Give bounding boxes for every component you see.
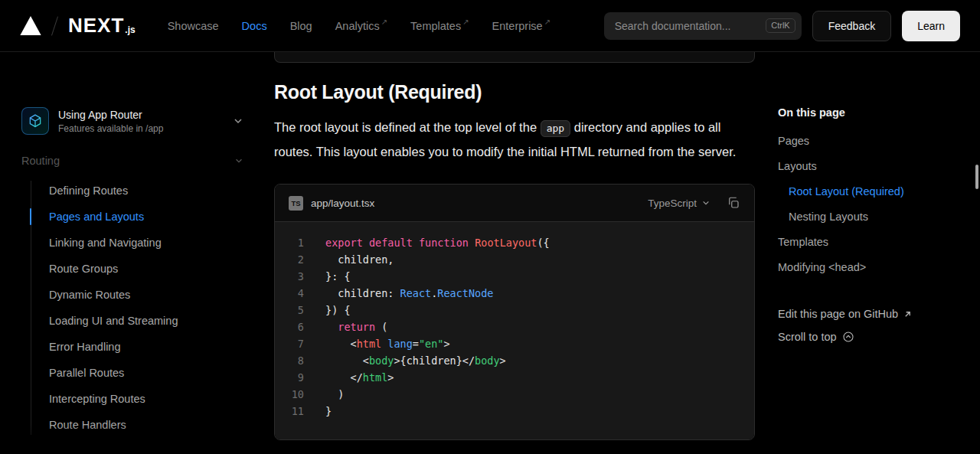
- sidebar-item-intercepting-routes[interactable]: Intercepting Routes: [31, 386, 231, 412]
- copy-icon: [727, 196, 740, 210]
- code-line: 4 children: React.ReactNode: [275, 285, 754, 302]
- external-link-icon: ↗: [544, 18, 550, 26]
- chevron-down-icon: [234, 156, 243, 165]
- sidebar-nav-list: Defining RoutesPages and LayoutsLinking …: [31, 178, 231, 438]
- switcher-title: Using App Router: [58, 109, 163, 121]
- top-navigation: NEXT .js ShowcaseDocsBlogAnalytics↗Templ…: [0, 0, 980, 52]
- code-block-header: TS app/layout.tsx TypeScript: [275, 185, 754, 222]
- code-line: 7 <html lang="en">: [275, 335, 754, 352]
- sidebar-item-parallel-routes[interactable]: Parallel Routes: [31, 360, 231, 386]
- nav-link-enterprise[interactable]: Enterprise↗: [492, 20, 550, 32]
- switcher-subtitle: Features available in /app: [58, 123, 163, 134]
- code-block: TS app/layout.tsx TypeScript 1export def…: [274, 184, 755, 440]
- chevron-down-icon: [233, 116, 243, 126]
- search-box[interactable]: CtrlK: [604, 12, 802, 40]
- typescript-file-icon: TS: [289, 196, 303, 211]
- code-line: 11}: [275, 403, 754, 420]
- chevron-down-icon: [702, 199, 710, 207]
- scroll-to-top-link[interactable]: Scroll to top: [778, 325, 962, 348]
- inline-code-app: app: [541, 120, 570, 137]
- logo-suffix: .js: [125, 24, 135, 35]
- intro-paragraph: The root layout is defined at the top le…: [274, 116, 755, 164]
- code-line: 6 return (: [275, 318, 754, 335]
- sidebar-section-routing[interactable]: Routing: [21, 155, 243, 167]
- toc-item-layouts[interactable]: Layouts: [778, 153, 962, 178]
- search-input[interactable]: [615, 20, 766, 32]
- code-editor: 1export default function RootLayout({2 c…: [275, 222, 754, 439]
- feedback-button[interactable]: Feedback: [812, 11, 891, 41]
- toc-item-nesting-layouts[interactable]: Nesting Layouts: [778, 204, 962, 229]
- code-line: 1export default function RootLayout({: [275, 234, 754, 251]
- code-line: 5}) {: [275, 302, 754, 318]
- on-this-page-panel: On this page PagesLayoutsRoot Layout (Re…: [778, 52, 962, 348]
- nav-link-blog[interactable]: Blog: [290, 20, 312, 32]
- toc-item-templates[interactable]: Templates: [778, 229, 962, 254]
- nav-link-templates[interactable]: Templates↗: [410, 20, 469, 32]
- nav-link-docs[interactable]: Docs: [242, 20, 267, 32]
- code-line: 10 ): [275, 386, 754, 403]
- toc-item-modifying-head[interactable]: Modifying <head>: [778, 254, 962, 279]
- sidebar-item-error-handling[interactable]: Error Handling: [31, 334, 231, 360]
- code-line: 3}: {: [275, 268, 754, 285]
- sidebar-item-linking-and-navigating[interactable]: Linking and Navigating: [31, 230, 231, 256]
- section-heading: Root Layout (Required): [274, 81, 755, 103]
- copy-code-button[interactable]: [727, 196, 740, 210]
- intro-text: The root layout is defined at the top le…: [274, 120, 541, 134]
- external-link-icon: ↗: [462, 18, 469, 26]
- search-shortcut-badge: CtrlK: [766, 18, 795, 33]
- toc-title: On this page: [778, 106, 962, 119]
- language-selector[interactable]: TypeScript: [648, 198, 710, 209]
- sidebar: Using App Router Features available in /…: [0, 52, 260, 454]
- code-line: 8 <body>{children}</body>: [275, 352, 754, 369]
- app-router-switcher[interactable]: Using App Router Features available in /…: [21, 107, 247, 135]
- sidebar-item-route-handlers[interactable]: Route Handlers: [31, 412, 231, 438]
- edit-on-github-link[interactable]: Edit this page on GitHub: [778, 302, 962, 325]
- nav-link-analytics[interactable]: Analytics↗: [335, 20, 387, 32]
- sidebar-item-loading-ui-and-streaming[interactable]: Loading UI and Streaming: [31, 308, 231, 334]
- app-router-cube-icon: [21, 107, 49, 135]
- language-label: TypeScript: [648, 198, 697, 209]
- code-line: 9 </html>: [275, 369, 754, 386]
- edit-link-label: Edit this page on GitHub: [778, 308, 898, 320]
- scroll-top-label: Scroll to top: [778, 331, 837, 343]
- toc-item-root-layout-required[interactable]: Root Layout (Required): [778, 178, 962, 204]
- external-link-icon: ↗: [381, 18, 387, 26]
- arrow-up-circle-icon: [842, 331, 854, 343]
- logo-divider: [51, 16, 58, 35]
- vercel-triangle-icon: [20, 16, 41, 35]
- learn-button[interactable]: Learn: [902, 11, 960, 41]
- nav-link-showcase[interactable]: Showcase: [168, 20, 219, 32]
- sidebar-item-pages-and-layouts[interactable]: Pages and Layouts: [31, 204, 231, 230]
- previous-code-block-edge: [274, 52, 755, 63]
- external-arrow-icon: [903, 310, 912, 318]
- toc-list: PagesLayoutsRoot Layout (Required)Nestin…: [778, 128, 962, 279]
- logo-text: NEXT: [68, 14, 124, 38]
- doc-content: Root Layout (Required) The root layout i…: [274, 52, 755, 454]
- main-nav: ShowcaseDocsBlogAnalytics↗Templates↗Ente…: [168, 20, 550, 32]
- scrollbar-thumb[interactable]: [975, 165, 978, 189]
- nextjs-logo[interactable]: NEXT .js: [20, 14, 136, 38]
- section-label: Routing: [21, 155, 60, 167]
- code-filename: app/layout.tsx: [311, 198, 374, 209]
- sidebar-item-dynamic-routes[interactable]: Dynamic Routes: [31, 282, 231, 308]
- toc-item-pages[interactable]: Pages: [778, 128, 962, 153]
- sidebar-item-defining-routes[interactable]: Defining Routes: [31, 178, 231, 204]
- sidebar-item-route-groups[interactable]: Route Groups: [31, 256, 231, 282]
- code-line: 2 children,: [275, 251, 754, 268]
